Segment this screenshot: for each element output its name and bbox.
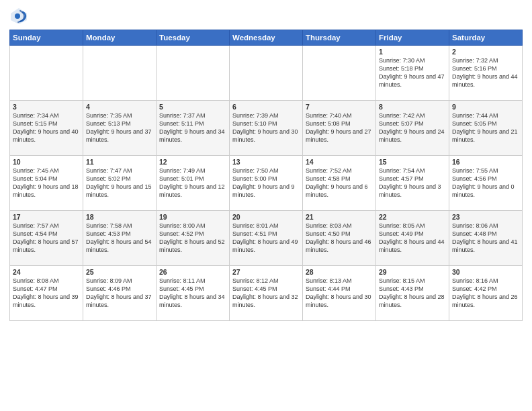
day-info: Sunrise: 7:39 AM Sunset: 5:10 PM Dayligh…	[232, 111, 300, 144]
header	[9, 7, 523, 26]
day-number: 29	[379, 268, 446, 276]
calendar-week-row: 17Sunrise: 7:57 AM Sunset: 4:54 PM Dayli…	[10, 211, 523, 266]
calendar-cell: 25Sunrise: 8:09 AM Sunset: 4:46 PM Dayli…	[83, 266, 157, 321]
day-number: 28	[306, 268, 373, 276]
day-number: 2	[452, 48, 519, 56]
day-number: 6	[232, 103, 300, 111]
day-number: 14	[306, 158, 373, 166]
day-info: Sunrise: 7:44 AM Sunset: 5:05 PM Dayligh…	[452, 111, 519, 144]
weekday-header-friday: Friday	[376, 30, 449, 46]
svg-point-1	[15, 13, 20, 19]
day-info: Sunrise: 8:03 AM Sunset: 4:50 PM Dayligh…	[306, 222, 373, 255]
day-info: Sunrise: 7:34 AM Sunset: 5:15 PM Dayligh…	[13, 111, 80, 144]
calendar-cell: 30Sunrise: 8:16 AM Sunset: 4:42 PM Dayli…	[449, 266, 523, 321]
day-info: Sunrise: 7:49 AM Sunset: 5:01 PM Dayligh…	[159, 167, 226, 199]
day-info: Sunrise: 8:13 AM Sunset: 4:44 PM Dayligh…	[306, 277, 373, 310]
day-number: 16	[452, 158, 519, 166]
day-number: 13	[232, 158, 300, 166]
calendar-cell	[83, 46, 157, 101]
day-info: Sunrise: 8:08 AM Sunset: 4:47 PM Dayligh…	[13, 277, 80, 310]
day-number: 22	[379, 213, 446, 221]
day-info: Sunrise: 7:45 AM Sunset: 5:04 PM Dayligh…	[13, 167, 80, 199]
calendar-cell: 8Sunrise: 7:42 AM Sunset: 5:07 PM Daylig…	[376, 101, 449, 156]
calendar-header-row: SundayMondayTuesdayWednesdayThursdayFrid…	[10, 30, 523, 46]
weekday-header-saturday: Saturday	[449, 30, 523, 46]
day-info: Sunrise: 8:09 AM Sunset: 4:46 PM Dayligh…	[86, 277, 153, 310]
calendar-cell: 10Sunrise: 7:45 AM Sunset: 5:04 PM Dayli…	[10, 156, 83, 211]
day-number: 21	[306, 213, 373, 221]
calendar-cell: 24Sunrise: 8:08 AM Sunset: 4:47 PM Dayli…	[10, 266, 83, 321]
day-info: Sunrise: 7:55 AM Sunset: 4:56 PM Dayligh…	[452, 167, 519, 199]
day-info: Sunrise: 8:01 AM Sunset: 4:51 PM Dayligh…	[232, 222, 300, 255]
day-number: 19	[159, 213, 226, 221]
weekday-header-thursday: Thursday	[303, 30, 376, 46]
calendar-cell: 2Sunrise: 7:32 AM Sunset: 5:16 PM Daylig…	[449, 46, 523, 101]
logo-icon	[9, 7, 28, 26]
day-number: 15	[379, 158, 446, 166]
day-info: Sunrise: 7:50 AM Sunset: 5:00 PM Dayligh…	[232, 167, 300, 199]
day-number: 17	[13, 213, 80, 221]
day-info: Sunrise: 7:42 AM Sunset: 5:07 PM Dayligh…	[379, 111, 446, 144]
day-info: Sunrise: 8:16 AM Sunset: 4:42 PM Dayligh…	[452, 277, 519, 310]
day-number: 7	[306, 103, 373, 111]
weekday-header-sunday: Sunday	[10, 30, 83, 46]
day-info: Sunrise: 7:52 AM Sunset: 4:58 PM Dayligh…	[306, 167, 373, 199]
calendar-cell: 28Sunrise: 8:13 AM Sunset: 4:44 PM Dayli…	[303, 266, 376, 321]
day-number: 25	[86, 268, 153, 276]
day-number: 4	[86, 103, 153, 111]
calendar-cell: 7Sunrise: 7:40 AM Sunset: 5:08 PM Daylig…	[303, 101, 376, 156]
day-info: Sunrise: 7:57 AM Sunset: 4:54 PM Dayligh…	[13, 222, 80, 255]
calendar-cell: 23Sunrise: 8:06 AM Sunset: 4:48 PM Dayli…	[449, 211, 523, 266]
day-info: Sunrise: 8:11 AM Sunset: 4:45 PM Dayligh…	[159, 277, 226, 310]
day-info: Sunrise: 7:47 AM Sunset: 5:02 PM Dayligh…	[86, 167, 153, 199]
day-number: 27	[232, 268, 300, 276]
calendar-week-row: 3Sunrise: 7:34 AM Sunset: 5:15 PM Daylig…	[10, 101, 523, 156]
calendar-cell: 13Sunrise: 7:50 AM Sunset: 5:00 PM Dayli…	[230, 156, 303, 211]
day-number: 20	[232, 213, 300, 221]
calendar-cell	[157, 46, 230, 101]
day-info: Sunrise: 7:35 AM Sunset: 5:13 PM Dayligh…	[86, 111, 153, 144]
weekday-header-wednesday: Wednesday	[230, 30, 303, 46]
calendar-cell: 9Sunrise: 7:44 AM Sunset: 5:05 PM Daylig…	[449, 101, 523, 156]
calendar-table: SundayMondayTuesdayWednesdayThursdayFrid…	[9, 30, 523, 321]
day-number: 5	[159, 103, 226, 111]
calendar-cell: 29Sunrise: 8:15 AM Sunset: 4:43 PM Dayli…	[376, 266, 449, 321]
day-info: Sunrise: 8:00 AM Sunset: 4:52 PM Dayligh…	[159, 222, 226, 255]
page: SundayMondayTuesdayWednesdayThursdayFrid…	[0, 0, 532, 411]
calendar-cell: 15Sunrise: 7:54 AM Sunset: 4:57 PM Dayli…	[376, 156, 449, 211]
day-info: Sunrise: 7:30 AM Sunset: 5:18 PM Dayligh…	[379, 56, 446, 89]
day-number: 10	[13, 158, 80, 166]
calendar-cell: 1Sunrise: 7:30 AM Sunset: 5:18 PM Daylig…	[376, 46, 449, 101]
calendar-cell: 20Sunrise: 8:01 AM Sunset: 4:51 PM Dayli…	[230, 211, 303, 266]
day-number: 11	[86, 158, 153, 166]
day-number: 18	[86, 213, 153, 221]
calendar-cell: 5Sunrise: 7:37 AM Sunset: 5:11 PM Daylig…	[157, 101, 230, 156]
calendar-week-row: 1Sunrise: 7:30 AM Sunset: 5:18 PM Daylig…	[10, 46, 523, 101]
calendar-cell	[10, 46, 83, 101]
calendar-cell: 19Sunrise: 8:00 AM Sunset: 4:52 PM Dayli…	[157, 211, 230, 266]
day-number: 1	[379, 48, 446, 56]
day-number: 3	[13, 103, 80, 111]
day-number: 23	[452, 213, 519, 221]
calendar-cell: 26Sunrise: 8:11 AM Sunset: 4:45 PM Dayli…	[157, 266, 230, 321]
day-number: 24	[13, 268, 80, 276]
calendar-cell: 16Sunrise: 7:55 AM Sunset: 4:56 PM Dayli…	[449, 156, 523, 211]
calendar-cell: 3Sunrise: 7:34 AM Sunset: 5:15 PM Daylig…	[10, 101, 83, 156]
calendar-cell: 22Sunrise: 8:05 AM Sunset: 4:49 PM Dayli…	[376, 211, 449, 266]
calendar-cell: 6Sunrise: 7:39 AM Sunset: 5:10 PM Daylig…	[230, 101, 303, 156]
calendar-cell	[303, 46, 376, 101]
weekday-header-monday: Monday	[83, 30, 157, 46]
day-info: Sunrise: 7:32 AM Sunset: 5:16 PM Dayligh…	[452, 56, 519, 89]
day-number: 8	[379, 103, 446, 111]
day-number: 26	[159, 268, 226, 276]
calendar-cell: 14Sunrise: 7:52 AM Sunset: 4:58 PM Dayli…	[303, 156, 376, 211]
calendar-week-row: 10Sunrise: 7:45 AM Sunset: 5:04 PM Dayli…	[10, 156, 523, 211]
calendar-cell: 12Sunrise: 7:49 AM Sunset: 5:01 PM Dayli…	[157, 156, 230, 211]
day-info: Sunrise: 7:58 AM Sunset: 4:53 PM Dayligh…	[86, 222, 153, 255]
calendar-cell: 4Sunrise: 7:35 AM Sunset: 5:13 PM Daylig…	[83, 101, 157, 156]
day-info: Sunrise: 8:15 AM Sunset: 4:43 PM Dayligh…	[379, 277, 446, 310]
day-info: Sunrise: 8:12 AM Sunset: 4:45 PM Dayligh…	[232, 277, 300, 310]
calendar-cell	[230, 46, 303, 101]
weekday-header-tuesday: Tuesday	[157, 30, 230, 46]
day-info: Sunrise: 7:37 AM Sunset: 5:11 PM Dayligh…	[159, 111, 226, 144]
